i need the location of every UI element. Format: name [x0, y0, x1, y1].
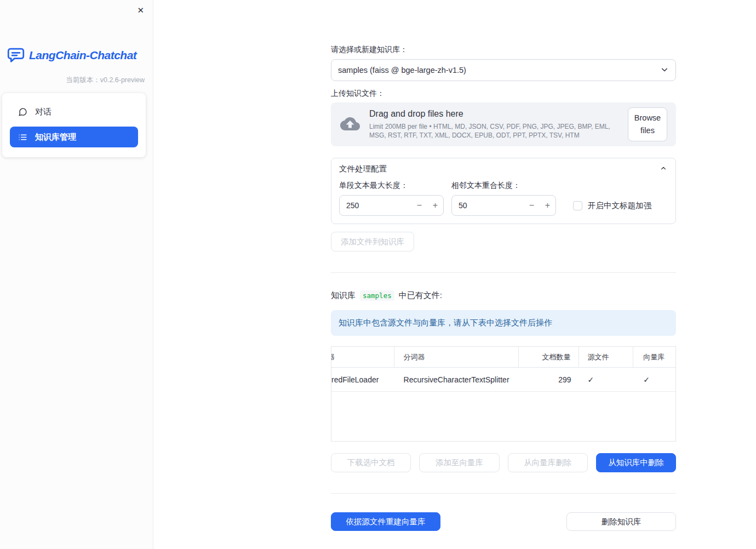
browse-files-button[interactable]: Browse files	[628, 107, 667, 141]
cell-vector-store-check: ✓	[633, 368, 675, 391]
sidebar-close-icon[interactable]: ✕	[136, 4, 145, 17]
download-selected-button[interactable]: 下载选中文档	[331, 453, 411, 472]
add-files-button[interactable]: 添加文件到知识库	[331, 232, 414, 251]
expander-header[interactable]: 文件处理配置	[331, 158, 675, 179]
divider	[331, 272, 676, 273]
plus-icon[interactable]: +	[540, 201, 555, 210]
delete-from-kb-button[interactable]: 从知识库中删除	[596, 453, 676, 472]
kb-bottom-actions: 依据源文件重建向量库 删除知识库	[331, 512, 676, 531]
divider	[331, 493, 676, 494]
uploader-drag-text: Drag and drop files here	[369, 109, 619, 119]
cell-source-file-check: ✓	[579, 368, 634, 391]
zh-title-enhance-label: 开启中文标题加强	[588, 201, 651, 211]
max-length-label: 单段文本最大长度：	[339, 181, 444, 191]
chevron-down-icon	[659, 64, 670, 77]
overlap-stepper[interactable]: 50 − +	[451, 195, 556, 216]
delete-kb-button[interactable]: 删除知识库	[566, 512, 676, 531]
max-length-value: 250	[340, 201, 411, 210]
uploader-text: Drag and drop files here Limit 200MB per…	[369, 109, 619, 140]
col-header-loader: 器	[331, 347, 394, 367]
kb-name-code: samples	[360, 290, 394, 301]
cell-doc-count: 299	[519, 368, 579, 391]
kb-files-heading: 知识库 samples 中已有文件:	[331, 290, 676, 301]
sidebar-menu: 对话 知识库管理	[2, 93, 146, 157]
max-length-field: 单段文本最大长度： 250 − +	[339, 181, 444, 216]
uploader-limit-text: Limit 200MB per file • HTML, MD, JSON, C…	[369, 122, 619, 140]
table-row[interactable]: redFileLoader RecursiveCharacterTextSpli…	[331, 368, 675, 392]
sidebar-item-label: 知识库管理	[35, 132, 76, 142]
main-content: 请选择或新建知识库： samples (faiss @ bge-large-zh…	[331, 0, 676, 531]
plus-icon[interactable]: +	[427, 201, 443, 210]
chevron-up-icon	[659, 164, 668, 174]
col-header-vector-store: 向量库	[633, 347, 675, 367]
minus-icon[interactable]: −	[524, 201, 540, 210]
overlap-field: 相邻文本重合长度： 50 − +	[451, 181, 556, 216]
kb-select-value: samples (faiss @ bge-large-zh-v1.5)	[338, 66, 466, 75]
list-icon	[18, 133, 27, 142]
col-header-doc-count: 文档数量	[519, 347, 579, 367]
cell-splitter: RecursiveCharacterTextSplitter	[394, 368, 519, 391]
kb-select[interactable]: samples (faiss @ bge-large-zh-v1.5)	[331, 59, 676, 81]
delete-from-vectorstore-button[interactable]: 从向量库删除	[508, 453, 588, 472]
cell-loader: redFileLoader	[331, 368, 394, 391]
table-action-buttons: 下载选中文档 添加至向量库 从向量库删除 从知识库中删除	[331, 453, 676, 472]
kb-files-table[interactable]: 器 分词器 文档数量 源文件 向量库 redFileLoader Recursi…	[331, 346, 676, 442]
logo-chat-icon	[7, 47, 25, 64]
overlap-label: 相邻文本重合长度：	[451, 181, 556, 191]
sidebar-item-label: 对话	[35, 107, 51, 117]
zh-title-enhance: 开启中文标题加强	[573, 201, 651, 211]
app-title: LangChain-Chatchat	[29, 49, 136, 62]
chat-bubble-icon	[18, 107, 27, 117]
rebuild-vectorstore-button[interactable]: 依据源文件重建向量库	[331, 512, 440, 531]
sidebar: ✕ LangChain-Chatchat 当前版本：v0.2.6-preview…	[0, 0, 153, 549]
max-length-stepper[interactable]: 250 − +	[339, 195, 444, 216]
kb-line-prefix: 知识库	[331, 290, 356, 301]
expander-title: 文件处理配置	[339, 164, 387, 174]
col-header-splitter: 分词器	[394, 347, 519, 367]
info-banner: 知识库中包含源文件与向量库，请从下表中选择文件后操作	[331, 310, 676, 336]
file-config-expander: 文件处理配置 单段文本最大长度： 250 − + 相邻文本重合长度： 50 − …	[331, 158, 676, 224]
upload-label: 上传知识文件：	[331, 89, 676, 99]
sidebar-item-knowledge-base[interactable]: 知识库管理	[10, 127, 138, 147]
zh-title-enhance-checkbox[interactable]	[573, 201, 582, 210]
expander-body: 单段文本最大长度： 250 − + 相邻文本重合长度： 50 − + 开启中文标…	[331, 179, 675, 224]
file-uploader-dropzone[interactable]: Drag and drop files here Limit 200MB per…	[331, 102, 676, 146]
add-to-vectorstore-button[interactable]: 添加至向量库	[419, 453, 499, 472]
overlap-value: 50	[452, 201, 524, 210]
sidebar-item-dialogue[interactable]: 对话	[10, 101, 138, 122]
kb-select-label: 请选择或新建知识库：	[331, 45, 676, 55]
version-label: 当前版本：v0.2.6-preview	[66, 76, 145, 85]
col-header-source-file: 源文件	[579, 347, 634, 367]
kb-line-suffix: 中已有文件:	[399, 290, 442, 301]
table-header-row: 器 分词器 文档数量 源文件 向量库	[331, 347, 675, 368]
cloud-upload-icon	[340, 116, 360, 134]
app-logo: LangChain-Chatchat	[7, 47, 136, 64]
minus-icon[interactable]: −	[411, 201, 427, 210]
